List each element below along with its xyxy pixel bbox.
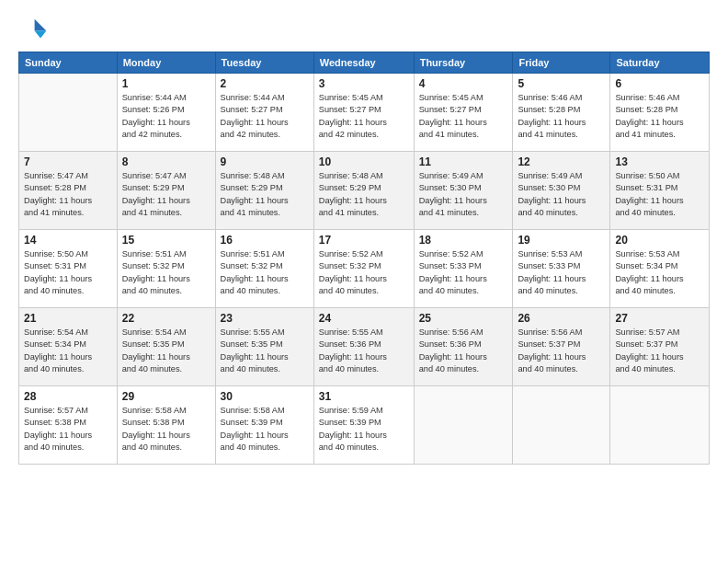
day-number: 5 (518, 77, 605, 90)
svg-marker-0 (35, 19, 47, 31)
day-info: Sunrise: 5:55 AMSunset: 5:36 PMDaylight:… (319, 327, 409, 375)
day-number: 16 (221, 234, 309, 247)
day-number: 24 (319, 312, 409, 325)
day-cell: 18Sunrise: 5:52 AMSunset: 5:33 PMDayligh… (414, 230, 513, 308)
day-cell: 27Sunrise: 5:57 AMSunset: 5:37 PMDayligh… (610, 308, 710, 386)
day-cell: 19Sunrise: 5:53 AMSunset: 5:33 PMDayligh… (513, 230, 610, 308)
day-cell: 21Sunrise: 5:54 AMSunset: 5:34 PMDayligh… (19, 308, 118, 386)
page: SundayMondayTuesdayWednesdayThursdayFrid… (0, 0, 728, 563)
day-number: 15 (122, 234, 210, 247)
day-info: Sunrise: 5:57 AMSunset: 5:37 PMDaylight:… (615, 327, 704, 375)
day-number: 31 (319, 390, 409, 403)
day-number: 13 (615, 155, 704, 168)
day-number: 12 (518, 155, 605, 168)
week-row-1: 1Sunrise: 5:44 AMSunset: 5:26 PMDaylight… (19, 74, 710, 152)
day-number: 20 (615, 234, 704, 247)
header-cell-friday: Friday (513, 52, 610, 74)
day-cell: 12Sunrise: 5:49 AMSunset: 5:30 PMDayligh… (513, 152, 610, 230)
week-row-4: 21Sunrise: 5:54 AMSunset: 5:34 PMDayligh… (19, 308, 710, 386)
day-cell: 7Sunrise: 5:47 AMSunset: 5:28 PMDaylight… (19, 152, 118, 230)
day-info: Sunrise: 5:46 AMSunset: 5:28 PMDaylight:… (518, 92, 605, 141)
day-info: Sunrise: 5:50 AMSunset: 5:31 PMDaylight:… (24, 248, 112, 297)
day-number: 17 (319, 234, 409, 247)
day-number: 25 (419, 312, 508, 325)
day-cell: 16Sunrise: 5:51 AMSunset: 5:32 PMDayligh… (215, 230, 313, 308)
day-cell: 29Sunrise: 5:58 AMSunset: 5:38 PMDayligh… (117, 386, 215, 465)
day-cell: 13Sunrise: 5:50 AMSunset: 5:31 PMDayligh… (610, 152, 710, 230)
day-number: 19 (518, 234, 605, 247)
header-cell-wednesday: Wednesday (313, 52, 414, 74)
week-row-3: 14Sunrise: 5:50 AMSunset: 5:31 PMDayligh… (19, 230, 710, 308)
calendar-header: SundayMondayTuesdayWednesdayThursdayFrid… (19, 52, 710, 74)
day-info: Sunrise: 5:59 AMSunset: 5:39 PMDaylight:… (319, 405, 409, 454)
header-cell-thursday: Thursday (414, 52, 513, 74)
day-info: Sunrise: 5:54 AMSunset: 5:35 PMDaylight:… (122, 327, 210, 375)
day-info: Sunrise: 5:48 AMSunset: 5:29 PMDaylight:… (221, 170, 309, 219)
day-cell (610, 386, 710, 465)
calendar-body: 1Sunrise: 5:44 AMSunset: 5:26 PMDaylight… (19, 74, 710, 465)
day-cell: 4Sunrise: 5:45 AMSunset: 5:27 PMDaylight… (414, 74, 513, 152)
header (18, 15, 710, 44)
week-row-5: 28Sunrise: 5:57 AMSunset: 5:38 PMDayligh… (19, 386, 710, 465)
day-number: 8 (122, 155, 210, 168)
day-info: Sunrise: 5:57 AMSunset: 5:38 PMDaylight:… (24, 405, 112, 454)
day-cell: 2Sunrise: 5:44 AMSunset: 5:27 PMDaylight… (215, 74, 313, 152)
header-row: SundayMondayTuesdayWednesdayThursdayFrid… (19, 52, 710, 74)
day-cell: 9Sunrise: 5:48 AMSunset: 5:29 PMDaylight… (215, 152, 313, 230)
logo (18, 15, 51, 44)
header-cell-saturday: Saturday (610, 52, 710, 74)
day-number: 10 (319, 155, 409, 168)
day-cell: 14Sunrise: 5:50 AMSunset: 5:31 PMDayligh… (19, 230, 118, 308)
header-cell-sunday: Sunday (19, 52, 118, 74)
day-cell: 22Sunrise: 5:54 AMSunset: 5:35 PMDayligh… (117, 308, 215, 386)
day-number: 3 (319, 77, 409, 90)
day-info: Sunrise: 5:52 AMSunset: 5:33 PMDaylight:… (419, 248, 508, 297)
day-info: Sunrise: 5:45 AMSunset: 5:27 PMDaylight:… (319, 92, 409, 141)
day-info: Sunrise: 5:56 AMSunset: 5:37 PMDaylight:… (518, 327, 605, 375)
day-info: Sunrise: 5:51 AMSunset: 5:32 PMDaylight:… (221, 248, 309, 297)
day-number: 27 (615, 312, 704, 325)
day-info: Sunrise: 5:50 AMSunset: 5:31 PMDaylight:… (615, 170, 704, 219)
day-info: Sunrise: 5:55 AMSunset: 5:35 PMDaylight:… (221, 327, 309, 375)
day-info: Sunrise: 5:53 AMSunset: 5:34 PMDaylight:… (615, 248, 704, 297)
day-cell (19, 74, 118, 152)
day-number: 2 (221, 77, 309, 90)
day-cell: 15Sunrise: 5:51 AMSunset: 5:32 PMDayligh… (117, 230, 215, 308)
header-cell-monday: Monday (117, 52, 215, 74)
week-row-2: 7Sunrise: 5:47 AMSunset: 5:28 PMDaylight… (19, 152, 710, 230)
day-number: 4 (419, 77, 508, 90)
day-cell: 1Sunrise: 5:44 AMSunset: 5:26 PMDaylight… (117, 74, 215, 152)
day-number: 21 (24, 312, 112, 325)
day-number: 30 (221, 390, 309, 403)
day-number: 7 (24, 155, 112, 168)
day-cell: 17Sunrise: 5:52 AMSunset: 5:32 PMDayligh… (313, 230, 414, 308)
day-info: Sunrise: 5:54 AMSunset: 5:34 PMDaylight:… (24, 327, 112, 375)
day-number: 23 (221, 312, 309, 325)
day-info: Sunrise: 5:45 AMSunset: 5:27 PMDaylight:… (419, 92, 508, 141)
logo-icon (18, 15, 48, 44)
calendar-table: SundayMondayTuesdayWednesdayThursdayFrid… (18, 52, 710, 465)
day-info: Sunrise: 5:46 AMSunset: 5:28 PMDaylight:… (615, 92, 704, 141)
day-number: 29 (122, 390, 210, 403)
day-info: Sunrise: 5:52 AMSunset: 5:32 PMDaylight:… (319, 248, 409, 297)
day-info: Sunrise: 5:53 AMSunset: 5:33 PMDaylight:… (518, 248, 605, 297)
day-info: Sunrise: 5:44 AMSunset: 5:27 PMDaylight:… (221, 92, 309, 141)
day-number: 9 (221, 155, 309, 168)
day-info: Sunrise: 5:49 AMSunset: 5:30 PMDaylight:… (419, 170, 508, 219)
day-number: 6 (615, 77, 704, 90)
day-info: Sunrise: 5:49 AMSunset: 5:30 PMDaylight:… (518, 170, 605, 219)
day-info: Sunrise: 5:47 AMSunset: 5:29 PMDaylight:… (122, 170, 210, 219)
day-cell: 20Sunrise: 5:53 AMSunset: 5:34 PMDayligh… (610, 230, 710, 308)
day-cell: 30Sunrise: 5:58 AMSunset: 5:39 PMDayligh… (215, 386, 313, 465)
day-cell: 28Sunrise: 5:57 AMSunset: 5:38 PMDayligh… (19, 386, 118, 465)
day-cell: 26Sunrise: 5:56 AMSunset: 5:37 PMDayligh… (513, 308, 610, 386)
day-number: 1 (122, 77, 210, 90)
day-cell: 31Sunrise: 5:59 AMSunset: 5:39 PMDayligh… (313, 386, 414, 465)
day-info: Sunrise: 5:58 AMSunset: 5:39 PMDaylight:… (221, 405, 309, 454)
day-cell: 25Sunrise: 5:56 AMSunset: 5:36 PMDayligh… (414, 308, 513, 386)
day-info: Sunrise: 5:56 AMSunset: 5:36 PMDaylight:… (419, 327, 508, 375)
day-number: 22 (122, 312, 210, 325)
day-cell (513, 386, 610, 465)
day-cell: 6Sunrise: 5:46 AMSunset: 5:28 PMDaylight… (610, 74, 710, 152)
day-info: Sunrise: 5:44 AMSunset: 5:26 PMDaylight:… (122, 92, 210, 141)
